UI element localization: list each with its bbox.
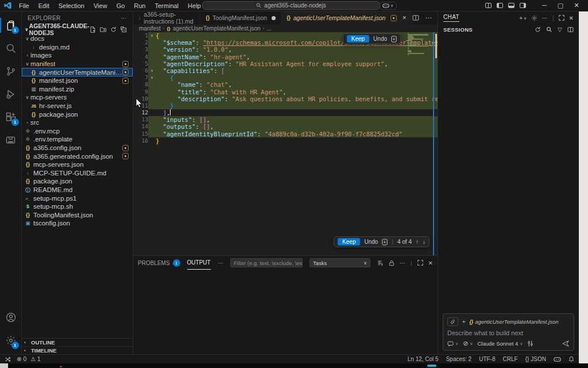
minimap[interactable] xyxy=(408,33,430,56)
tab-chat[interactable]: CHAT xyxy=(443,14,459,22)
agent-mode-picker[interactable]: ⊘ ∨ xyxy=(463,340,473,347)
tree-file-mcp-servers.json[interactable]: {}mcp-servers.json xyxy=(22,160,133,169)
command-center-search[interactable]: agent365-claude-nodejs xyxy=(202,1,380,10)
tree-file-setup-mcp.ps1[interactable]: >_setup-mcp.ps1 xyxy=(22,194,133,202)
activity-search-icon[interactable] xyxy=(0,37,22,60)
tree-file-package.json[interactable]: {}package.json xyxy=(22,110,133,118)
menu-view[interactable]: View xyxy=(90,1,111,10)
explorer-more-actions-icon[interactable]: ⋯ xyxy=(121,15,127,21)
split-editor-icon[interactable] xyxy=(412,14,419,21)
tree-file-manifest.json[interactable]: {}manifest.json xyxy=(22,76,133,85)
chat-sessions-list[interactable] xyxy=(438,34,579,313)
tree-file-ToolingManifest.json[interactable]: {}ToolingManifest.json xyxy=(22,210,133,219)
activity-explorer-icon[interactable]: 1 xyxy=(0,14,22,37)
tree-file-manifest.zip[interactable]: ▦manifest.zip xyxy=(22,85,133,94)
new-folder-icon[interactable] xyxy=(100,26,106,33)
search-sessions-icon[interactable] xyxy=(546,26,552,33)
close-panel-icon[interactable]: ✕ xyxy=(428,260,433,266)
maximize-button[interactable]: ▢ xyxy=(552,2,568,9)
tree-folder-images[interactable]: ›images xyxy=(22,51,133,60)
refresh-icon[interactable] xyxy=(110,26,117,33)
menu-run[interactable]: Run xyxy=(130,1,149,10)
tools-icon[interactable] xyxy=(527,340,533,347)
activity-run-and-debug-icon[interactable] xyxy=(0,83,22,106)
indentation[interactable]: Spaces: 2 xyxy=(446,356,471,362)
undo-button[interactable]: Undo xyxy=(364,239,378,245)
tree-folder-manifest[interactable]: ∨manifest xyxy=(22,60,133,68)
refresh-sessions-icon[interactable] xyxy=(535,26,541,33)
tab-problems[interactable]: PROBLEMS 1 xyxy=(138,256,180,270)
activity-source-control-icon[interactable] xyxy=(0,60,22,83)
chat-more-actions-icon[interactable]: ⋯ xyxy=(542,15,548,21)
keep-button[interactable]: Keep xyxy=(338,238,360,246)
activity-m365-agents-toolkit-icon[interactable] xyxy=(0,129,22,152)
tree-folder-docs[interactable]: ∨docs xyxy=(22,34,133,43)
tree-file-.env.mcp[interactable]: ✲.env.mcp xyxy=(22,127,133,136)
lock-scroll-icon[interactable] xyxy=(389,260,394,266)
new-chat-icon[interactable]: ＋∨ xyxy=(518,14,527,22)
tree-file-hr-server.js[interactable]: JShr-server.js xyxy=(22,102,133,110)
tab-output[interactable]: OUTPUT xyxy=(187,256,211,270)
previous-edit-icon[interactable]: ↑ xyxy=(416,239,419,245)
notifications-bell[interactable] xyxy=(568,356,574,362)
editor-more-actions-icon[interactable]: ⋯ xyxy=(425,14,432,22)
activity-accounts-icon[interactable] xyxy=(0,306,22,329)
menu-terminal[interactable]: Terminal xyxy=(151,1,183,10)
tree-folder-mcp-servers[interactable]: ∨mcp-servers xyxy=(22,93,133,102)
model-picker[interactable]: Claude Sonnet 4 ∨ xyxy=(477,340,523,347)
tree-file-MCP-SETUP-GUIDE.md[interactable]: ↓MCP-SETUP-GUIDE.md xyxy=(22,169,133,178)
context-file-pill[interactable]: {} agenticUserTemplateManifest.json xyxy=(470,319,559,325)
panel-more-tabs-icon[interactable]: ⋯ xyxy=(218,260,223,266)
filter-sessions-icon[interactable]: ▽ xyxy=(558,26,562,33)
tree-file-agenticUserTemplateManifest.json[interactable]: {}agenticUserTemplateManifest.json xyxy=(22,68,133,76)
fold-icon[interactable]: ∨ xyxy=(148,74,156,81)
collapse-all-icon[interactable] xyxy=(121,26,127,33)
activity-settings-icon[interactable]: 1 xyxy=(0,329,22,352)
copilot-status[interactable] xyxy=(554,356,561,362)
add-context-button[interactable]: ＋ xyxy=(461,318,467,325)
open-file-icon[interactable] xyxy=(382,239,388,246)
output-filter-input[interactable]: Filter (e.g. text, !exclude, \escape) xyxy=(230,258,303,267)
problems-status[interactable]: ⊗0 ⚠1 xyxy=(17,356,40,362)
output-channel-select[interactable]: Tasks ∨ xyxy=(310,258,370,267)
breadcrumb-item[interactable]: agenticUserTemplateManifest.json xyxy=(173,25,261,32)
tree-file-a365.generated.config.json[interactable]: {}a365.generated.config.json xyxy=(22,152,133,160)
chat-input-field[interactable]: Describe what to build next xyxy=(447,329,570,336)
tree-folder-src[interactable]: ›src xyxy=(22,118,133,127)
chat-mode-picker[interactable]: ∨ xyxy=(447,341,458,347)
maximize-panel-icon[interactable] xyxy=(417,260,423,266)
encoding[interactable]: UTF-8 xyxy=(479,356,495,362)
chat-settings-gear-icon[interactable] xyxy=(531,15,537,21)
clear-output-icon[interactable] xyxy=(377,260,384,266)
close-chat-icon[interactable]: ✕ xyxy=(569,15,574,21)
expand-chat-icon[interactable] xyxy=(559,15,564,21)
new-file-icon[interactable] xyxy=(90,26,96,33)
section-outline[interactable]: ›OUTLINE xyxy=(22,338,133,346)
chat-input-box[interactable]: ＋ {} agenticUserTemplateManifest.json De… xyxy=(443,313,574,351)
editor-tab-agenticUserTemplateManifest.json[interactable]: {}agenticUserTemplateManifest.json✕ xyxy=(281,12,412,24)
next-edit-icon[interactable]: ↓ xyxy=(423,239,425,245)
menu-file[interactable]: File xyxy=(15,1,33,10)
remote-indicator[interactable] xyxy=(5,356,11,362)
tree-file-design.md[interactable]: ↓design.md xyxy=(22,43,133,52)
tree-file-a365.config.json[interactable]: {}a365.config.json xyxy=(22,144,133,152)
activity-extensions-icon[interactable]: 1 xyxy=(0,106,22,129)
keep-button[interactable]: Keep xyxy=(347,35,369,43)
section-timeline[interactable]: ›TIMELINE xyxy=(22,346,133,354)
close-tab-icon[interactable]: ✕ xyxy=(402,15,407,21)
breadcrumb-item[interactable]: manifest xyxy=(139,25,161,32)
toggle-secondary-sidebar-icon[interactable] xyxy=(520,3,526,8)
fold-icon[interactable]: ∨ xyxy=(148,32,156,39)
tree-file-README.md[interactable]: iREADME.md xyxy=(22,186,133,194)
undo-button[interactable]: Undo xyxy=(373,36,387,42)
cursor-position[interactable]: Ln 12, Col 5 xyxy=(408,356,439,362)
customize-layout-icon[interactable] xyxy=(485,3,492,8)
tree-file-tsconfig.json[interactable]: ▣tsconfig.json xyxy=(22,219,133,228)
tree-file-package.json[interactable]: {}package.json xyxy=(22,177,133,186)
eol-sequence[interactable]: CRLF xyxy=(503,356,518,362)
copilot-menu[interactable]: ∨ xyxy=(379,2,397,10)
sessions-section[interactable]: SESSIONS ▽ xyxy=(438,24,579,34)
menu-go[interactable]: Go xyxy=(113,1,129,10)
menu-selection[interactable]: Selection xyxy=(55,1,88,10)
output-content[interactable] xyxy=(133,270,438,354)
